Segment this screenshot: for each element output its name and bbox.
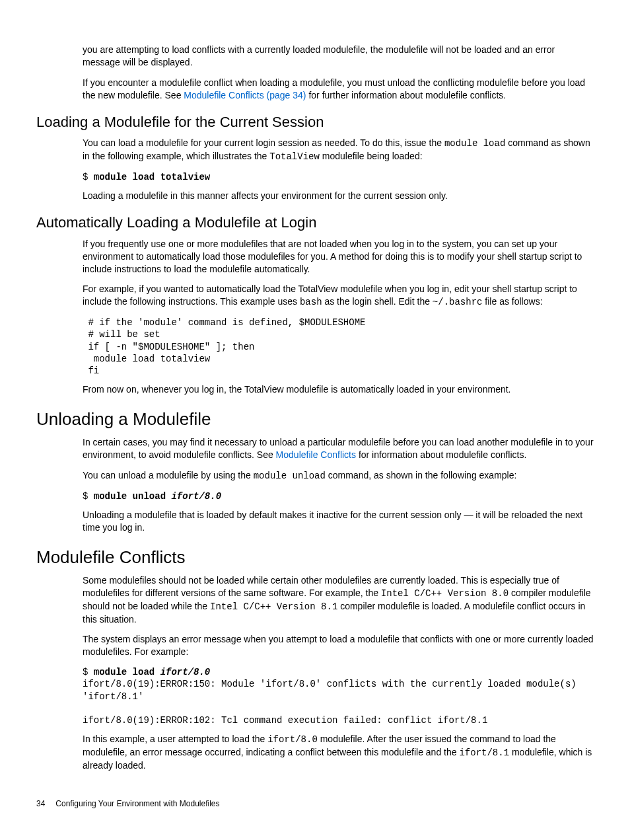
intel-cc-81-code: Intel C/C++ Version 8.1 [210, 601, 337, 612]
bashrc-script-block: # if the 'module' command is defined, $M… [83, 317, 594, 377]
conflicts-p2: The system displays an error message whe… [83, 633, 594, 658]
auto-loading-p2: For example, if you wanted to automatica… [83, 283, 594, 309]
totalview-code: TotalView [269, 151, 320, 162]
bashrc-code: ~/.bashrc [433, 297, 483, 307]
unloading-p1: In certain cases, you may find it necess… [83, 436, 594, 461]
ifort-80-italic: ifort/8.0 [160, 667, 211, 677]
module-load-bold: module load [94, 667, 160, 677]
ifort-80-code: ifort/8.0 [267, 734, 318, 745]
bash-code: bash [300, 297, 322, 307]
auto-loading-p2b: as the login shell. Edit the [322, 296, 433, 307]
conflicts-p3a: In this example, a user attempted to loa… [83, 734, 267, 744]
unloading-heading: Unloading a Modulefile [36, 408, 594, 431]
auto-loading-p3: From now on, whenever you log in, the To… [83, 383, 594, 396]
unloading-p2b: command, as shown in the following examp… [326, 470, 516, 480]
unloading-p2a: You can unload a modulefile by using the [83, 470, 254, 480]
intro-p2-text-b: for further information about modulefile… [306, 90, 507, 100]
loading-session-p1c: modulefile being loaded: [320, 151, 423, 161]
loading-session-p1a: You can load a modulefile for your curre… [83, 137, 444, 148]
page-number: 34 [36, 798, 45, 809]
module-unload-bold: module unload [94, 491, 172, 502]
ifort-81-code: ifort/8.1 [459, 747, 509, 758]
intel-cc-80-code: Intel C/C++ Version 8.0 [381, 588, 508, 599]
unloading-p3: Unloading a modulefile that is loaded by… [83, 509, 594, 534]
modulefile-conflicts-page-link[interactable]: Modulefile Conflicts (page 34) [184, 90, 306, 100]
conflicts-heading: Modulefile Conflicts [36, 546, 594, 569]
module-load-conflict-command: $ module load ifort/8.0 ifort/8.0(19):ER… [83, 666, 594, 726]
footer-label: Configuring Your Environment with Module… [55, 799, 219, 808]
ifort-version-italic: ifort/8.0 [171, 491, 221, 502]
page-footer: 34Configuring Your Environment with Modu… [36, 798, 594, 809]
conflict-prompt: $ [83, 667, 94, 677]
conflict-output: ifort/8.0(19):ERROR:150: Module 'ifort/8… [83, 679, 582, 726]
module-unload-code: module unload [254, 471, 326, 481]
auto-loading-heading: Automatically Loading a Modulefile at Lo… [36, 213, 594, 233]
module-unload-command: $ module unload ifort/8.0 [83, 490, 594, 502]
intro-paragraph-2: If you encounter a modulefile conflict w… [83, 77, 594, 102]
loading-session-heading: Loading a Modulefile for the Current Ses… [36, 112, 594, 132]
auto-loading-p2c: file as follows: [482, 296, 542, 307]
intro-paragraph-1: you are attempting to load conflicts wit… [83, 44, 594, 69]
unloading-p1b: for information about modulefile conflic… [356, 449, 526, 460]
loading-session-p2: Loading a modulefile in this manner affe… [83, 190, 594, 202]
conflicts-p3: In this example, a user attempted to loa… [83, 733, 594, 772]
conflicts-p1: Some modulefiles should not be loaded wh… [83, 574, 594, 626]
module-load-totalview-command: $ module load totalview [83, 171, 594, 183]
modulefile-conflicts-link[interactable]: Modulefile Conflicts [276, 449, 356, 460]
unload-prompt: $ [83, 491, 94, 502]
loading-session-p1: You can load a modulefile for your curre… [83, 137, 594, 163]
unloading-p2: You can unload a modulefile by using the… [83, 469, 594, 482]
module-load-totalview-bold: module load totalview [94, 172, 210, 182]
prompt: $ [83, 172, 94, 182]
module-load-code: module load [444, 138, 505, 149]
auto-loading-p1: If you frequently use one or more module… [83, 238, 594, 276]
